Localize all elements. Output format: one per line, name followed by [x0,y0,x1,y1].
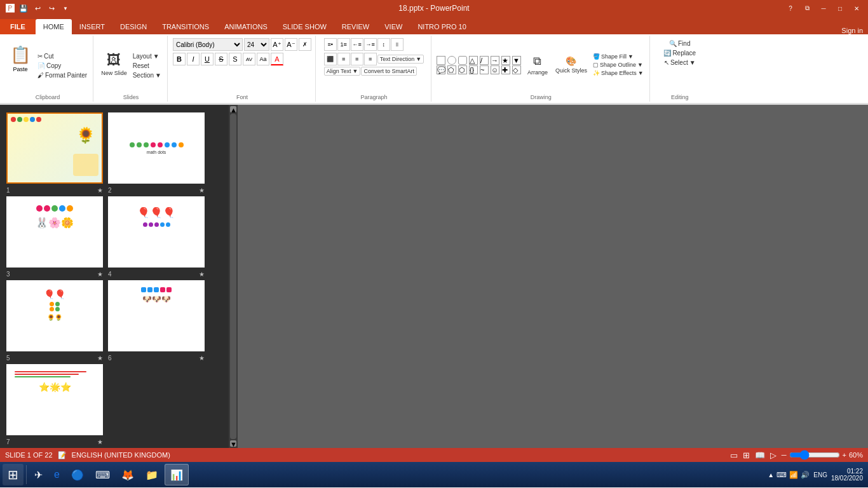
view-normal[interactable]: ▭ [730,451,738,460]
scroll-up-arrow[interactable]: ▲ [230,106,236,112]
maximize-button[interactable]: □ [834,3,846,13]
tab-home[interactable]: HOME [36,19,72,34]
slide-panel-scrollbar[interactable]: ▲ ▼ [229,105,238,448]
close-button[interactable]: ✕ [850,3,863,13]
slide-thumb-4[interactable]: 🎈🎈🎈 4 ★ [108,196,205,268]
shape-hexagon[interactable]: ⬡ [458,65,467,74]
shape-rounded-rect[interactable] [458,56,467,65]
shape-pentagon[interactable]: ⬠ [447,65,456,74]
notes-button[interactable]: 📝 [58,451,67,459]
shape-misc[interactable]: ◇ [512,65,521,74]
shape-rect[interactable] [437,56,445,65]
taskbar-keyboard[interactable]: ⌨ [90,464,115,485]
shape-triangle[interactable]: △ [469,56,478,65]
slide-image-3[interactable]: 🐰🌸🌼 [6,196,103,268]
qat-customize[interactable]: ▼ [60,3,71,14]
tab-nitro[interactable]: NITRO PRO 10 [410,19,473,34]
change-case-button[interactable]: Aa [257,53,269,65]
shape-wave[interactable]: ~ [480,65,489,74]
char-spacing-button[interactable]: AV [243,53,255,65]
slide-thumb-5[interactable]: 🎈🎈 🌻🌻 [6,280,103,351]
scroll-thumb[interactable] [230,114,236,439]
qat-redo[interactable]: ↪ [46,3,57,14]
quick-styles-button[interactable]: 🎨 Quick Styles [553,44,590,85]
slide-panel[interactable]: 🌻 1 ★ [0,105,229,448]
slide-image-2[interactable]: math dots [108,112,205,184]
increase-indent-button[interactable]: →≡ [364,38,377,51]
slide-thumb-1[interactable]: 🌻 1 ★ [6,112,103,184]
sign-in[interactable]: Sign in [841,27,868,34]
convert-smartart-button[interactable]: Convert to SmartArt [361,67,417,76]
reset-button[interactable]: Reset [131,62,163,70]
font-color-button[interactable]: A [271,53,283,65]
slide-image-1[interactable]: 🌻 [6,112,103,184]
layout-button[interactable]: Layout ▼ [131,52,163,60]
justify-button[interactable]: ≡ [364,53,377,65]
grow-font-button[interactable]: A⁺ [271,38,283,51]
replace-button[interactable]: 🔄 Replace [661,49,698,57]
shape-line[interactable]: / [480,56,489,65]
qat-undo[interactable]: ↩ [32,3,43,14]
format-painter-button[interactable]: 🖌 Format Painter [36,71,89,79]
tab-insert[interactable]: INSERT [72,19,112,34]
shadow-button[interactable]: S [229,53,241,65]
shape-bracket[interactable]: {} [469,65,478,74]
slide-image-6[interactable]: 🐶🐶🐶 [108,280,205,351]
numbering-button[interactable]: 1≡ [337,38,350,51]
font-size-select[interactable]: 24 [244,38,269,51]
taskbar-firefox[interactable]: 🦊 [116,464,139,485]
shape-more[interactable]: ▼ [512,56,521,65]
shape-smile[interactable]: ☺ [491,65,499,74]
zoom-in-button[interactable]: + [843,451,846,459]
find-button[interactable]: 🔍 Find [667,39,692,48]
taskbar-explorer[interactable]: 📁 [140,464,163,485]
bold-button[interactable]: B [173,53,186,65]
strikethrough-button[interactable]: S [215,53,227,65]
shape-cross[interactable]: ✚ [501,65,510,74]
qat-save[interactable]: 💾 [18,3,29,14]
italic-button[interactable]: I [187,53,200,65]
slide-thumb-3[interactable]: 🐰🌸🌼 3 ★ [6,196,103,268]
shape-arrow[interactable]: → [491,56,499,65]
slide-image-7[interactable]: ⭐🌟⭐ [6,364,103,435]
tab-slideshow[interactable]: SLIDE SHOW [275,19,334,34]
shape-outline-button[interactable]: ▢ Shape Outline ▼ [591,61,646,69]
cut-button[interactable]: ✂ Cut [36,52,89,60]
taskbar-ie[interactable]: e [49,464,65,485]
tab-file[interactable]: FILE [0,19,36,34]
columns-button[interactable]: ⫴ [391,38,403,51]
shape-fill-button[interactable]: 🪣 Shape Fill ▼ [591,53,646,60]
text-direction-button[interactable]: Text Direction ▼ [377,55,424,64]
align-text-button[interactable]: Align Text ▼ [324,67,361,76]
tab-view[interactable]: VIEW [377,19,410,34]
taskbar-app3[interactable]: 🔵 [66,464,89,485]
paste-button[interactable]: 📋 Paste [6,44,34,85]
tray-arrow[interactable]: ▲ [768,471,774,478]
view-reading[interactable]: 📖 [755,451,765,460]
taskbar-telegram[interactable]: ✈ [29,464,48,485]
zoom-out-button[interactable]: ─ [782,451,787,459]
start-button[interactable]: ⊞ [3,464,24,485]
tab-transitions[interactable]: TRANSITIONS [154,19,217,34]
slide-image-4[interactable]: 🎈🎈🎈 [108,196,205,268]
shape-effects-button[interactable]: ✨ Shape Effects ▼ [591,69,646,77]
view-sorter[interactable]: ⊞ [743,451,750,460]
shape-callout[interactable]: 💬 [437,65,445,74]
decrease-indent-button[interactable]: ←≡ [351,38,363,51]
font-name-select[interactable]: Calibri (Body) [173,38,243,51]
minimize-button[interactable]: ─ [817,3,830,13]
align-left-button[interactable]: ⬛ [324,53,337,65]
new-slide-button[interactable]: 🖼 New Slide [98,44,130,85]
line-spacing-button[interactable]: ↕ [377,38,390,51]
scroll-down-arrow[interactable]: ▼ [230,440,236,447]
slide-thumb-6[interactable]: 🐶🐶🐶 6 ★ [108,280,205,351]
center-button[interactable]: ≡ [337,53,350,65]
shape-oval[interactable] [447,56,456,65]
arrange-button[interactable]: ⧉ Arrange [524,44,552,85]
slide-image-5[interactable]: 🎈🎈 🌻🌻 [6,280,103,351]
clear-format-button[interactable]: ✗ [299,38,311,51]
bullets-button[interactable]: ≡• [324,38,337,51]
zoom-slider[interactable] [789,450,840,460]
tab-design[interactable]: DESIGN [112,19,154,34]
taskbar-powerpoint[interactable]: 📊 [165,464,189,485]
